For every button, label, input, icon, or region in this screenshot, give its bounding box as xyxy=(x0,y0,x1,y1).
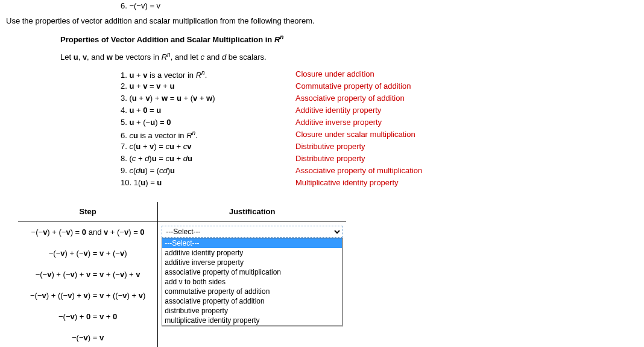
prop-eq-7: 7. c(u + v) = cu + cv xyxy=(121,142,295,153)
let-end: be scalars. xyxy=(226,53,266,62)
prop-name-3: Associative property of addition xyxy=(295,94,422,104)
prop-eq-5: 5. u + (−u) = 0 xyxy=(121,118,295,129)
let-w: w xyxy=(107,53,113,62)
theorem-title-R: R xyxy=(274,35,280,44)
option-associative-add[interactable]: associative property of addition xyxy=(162,296,342,306)
let-prefix: Let xyxy=(60,53,74,62)
option-additive-identity[interactable]: additive identity property xyxy=(162,248,342,258)
prop-name-6: Closure under scalar multiplication xyxy=(295,130,422,141)
prop-name-9: Associative property of multiplication xyxy=(295,166,422,177)
option-associative-mult[interactable]: associative property of multiplication xyxy=(162,267,342,277)
prop-eq-10: 10. 1(u) = u xyxy=(121,178,295,189)
prop-name-2: Commutative property of addition xyxy=(295,81,422,92)
step-2: −(−v) + (−v) = v + (−v) xyxy=(18,243,158,264)
step-1: −(−v) + (−v) = 0 and v + (−v) = 0 xyxy=(18,221,158,243)
option-additive-inverse[interactable]: additive inverse property xyxy=(162,258,342,267)
option-commutative-add[interactable]: commutative property of addition xyxy=(162,287,342,296)
prop-eq-2: 2. u + v = v + u xyxy=(121,81,295,92)
prop-name-10: Multiplicative identity property xyxy=(295,178,422,189)
proof-table: Step Justification −(−v) + (−v) = 0 and … xyxy=(18,202,346,347)
theorem-title: Properties of Vector Addition and Scalar… xyxy=(60,34,644,44)
option-distributive[interactable]: distributive property xyxy=(162,306,342,316)
let-and: and xyxy=(204,53,222,62)
prop-eq-8: 8. (c + d)u = cu + du xyxy=(121,154,295,165)
option-add-v-both-sides[interactable]: add v to both sides xyxy=(162,277,342,287)
option-select-placeholder[interactable]: ---Select--- xyxy=(162,238,342,248)
properties-grid: 1. u + v is a vector in Rn. 2. u + v = v… xyxy=(121,68,644,190)
prop-eq-6: 6. cu is a vector in Rn. xyxy=(121,130,295,141)
prop-eq-4: 4. u + 0 = u xyxy=(121,106,295,116)
prop-name-7: Distributive property xyxy=(295,142,422,153)
prop-name-4: Additive identity property xyxy=(295,106,422,116)
option-multiplicative-identity[interactable]: multiplicative identity property xyxy=(162,316,342,325)
step-4: −(−v) + ((−v) + v) = v + ((−v) + v) xyxy=(18,285,158,306)
prop-name-1: Closure under addition xyxy=(295,69,422,80)
let-sep2: , and xyxy=(87,53,107,62)
let-sep3: , and let xyxy=(171,53,201,62)
theorem-title-sup: n xyxy=(280,34,283,40)
header-step: Step xyxy=(18,202,158,221)
step-3: −(−v) + (−v) + v = v + (−v) + v xyxy=(18,264,158,285)
problem-item-6: 6. −(−v) = v xyxy=(121,1,644,10)
dropdown-options-list: ---Select--- additive identity property … xyxy=(162,238,343,326)
prop-eq-1: 1. u + v is a vector in Rn. xyxy=(121,69,295,80)
prop-eq-3: 3. (u + v) + w = u + (v + w) xyxy=(121,94,295,104)
justification-select-1[interactable]: ---Select--- xyxy=(162,226,343,238)
let-mid: be vectors in xyxy=(113,53,162,62)
let-statement: Let u, v, and w be vectors in Rn, and le… xyxy=(60,51,644,62)
let-R: R xyxy=(162,53,167,62)
let-u: u xyxy=(74,53,78,62)
step-5: −(−v) + 0 = v + 0 xyxy=(18,306,158,327)
prop-name-5: Additive inverse property xyxy=(295,118,422,129)
theorem-title-prefix: Properties of Vector Addition and Scalar… xyxy=(60,35,274,44)
header-justification: Justification xyxy=(158,202,347,221)
step-6: −(−v) = v xyxy=(18,327,158,347)
let-sep1: , xyxy=(78,53,83,62)
prop-eq-9: 9. c(du) = (cd)u xyxy=(121,166,295,177)
prop-name-8: Distributive property xyxy=(295,154,422,165)
instruction-text: Use the properties of vector addition an… xyxy=(6,16,644,25)
